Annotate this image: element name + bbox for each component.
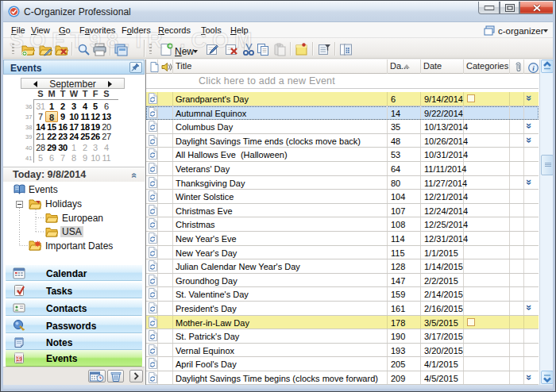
svg-text:19: 19 <box>16 356 22 362</box>
